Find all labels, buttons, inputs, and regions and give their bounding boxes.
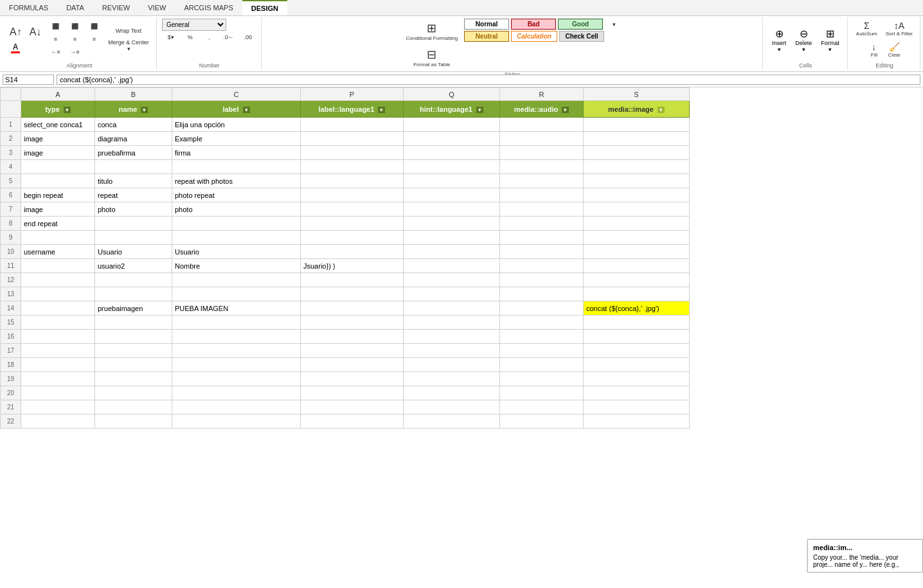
- cell-B1[interactable]: conca: [95, 118, 172, 132]
- style-check-cell[interactable]: Check Cell: [559, 31, 604, 42]
- col-header-Q[interactable]: Q: [404, 88, 500, 101]
- cell-A21[interactable]: [21, 400, 95, 414]
- cell-Q5[interactable]: [404, 174, 500, 188]
- cell-C10[interactable]: Usuario: [172, 245, 301, 259]
- cell-S18[interactable]: [584, 358, 690, 372]
- cell-B14[interactable]: pruebaimagen: [95, 301, 172, 316]
- cell-P12[interactable]: [301, 273, 404, 287]
- cell-Q1[interactable]: [404, 118, 500, 132]
- cell-P2[interactable]: [301, 132, 404, 146]
- cell-C11[interactable]: Nombre: [172, 259, 301, 273]
- style-neutral[interactable]: Neutral: [464, 31, 509, 42]
- decrease-decimal-btn[interactable]: .0←: [220, 32, 238, 42]
- cell-A20[interactable]: [21, 386, 95, 400]
- cell-S12[interactable]: [584, 273, 690, 287]
- cell-Q13[interactable]: [404, 287, 500, 301]
- cell-P17[interactable]: [301, 344, 404, 358]
- col-header-B[interactable]: B: [95, 88, 172, 101]
- cell-B10[interactable]: Usuario: [95, 245, 172, 259]
- cell-Q7[interactable]: [404, 202, 500, 217]
- cell-P6[interactable]: [301, 188, 404, 202]
- cell-S7[interactable]: [584, 202, 690, 217]
- cell-P1[interactable]: [301, 118, 404, 132]
- cell-C19[interactable]: [172, 372, 301, 386]
- cell-R21[interactable]: [500, 400, 584, 414]
- clear-btn[interactable]: 🧹 Clear: [885, 40, 904, 60]
- sort-filter-btn[interactable]: ↕A Sort & Filter: [883, 19, 916, 39]
- cell-S19[interactable]: [584, 372, 690, 386]
- cell-P16[interactable]: [301, 330, 404, 344]
- align-right-btn[interactable]: ≡: [85, 34, 103, 44]
- cell-C17[interactable]: [172, 344, 301, 358]
- cell-Q6[interactable]: [404, 188, 500, 202]
- cell-B21[interactable]: [95, 400, 172, 414]
- percent-btn[interactable]: %: [181, 32, 199, 42]
- tab-review[interactable]: REVIEW: [93, 0, 139, 15]
- cell-C15[interactable]: [172, 316, 301, 330]
- cell-A15[interactable]: [21, 316, 95, 330]
- cell-P15[interactable]: [301, 316, 404, 330]
- cell-R5[interactable]: [500, 174, 584, 188]
- cell-S21[interactable]: [584, 400, 690, 414]
- cell-S13[interactable]: [584, 287, 690, 301]
- cell-R14[interactable]: [500, 301, 584, 316]
- col-header-R[interactable]: R: [500, 88, 584, 101]
- merge-center-btn[interactable]: Merge & Center ▾: [105, 37, 152, 54]
- font-size-increase-btn[interactable]: A↑: [6, 25, 25, 39]
- cell-P5[interactable]: [301, 174, 404, 188]
- cell-R17[interactable]: [500, 344, 584, 358]
- cell-S16[interactable]: [584, 330, 690, 344]
- cell-A4[interactable]: [21, 160, 95, 174]
- tab-design[interactable]: DESIGN: [242, 0, 287, 15]
- filter-hint-lang1-btn[interactable]: ▾: [476, 107, 483, 113]
- cell-R1[interactable]: [500, 118, 584, 132]
- cell-C4[interactable]: [172, 160, 301, 174]
- increase-indent-btn[interactable]: →≡: [66, 47, 84, 57]
- comma-btn[interactable]: ,: [201, 32, 219, 42]
- cell-B11[interactable]: usuario2: [95, 259, 172, 273]
- cell-R3[interactable]: [500, 146, 584, 160]
- cell-P13[interactable]: [301, 287, 404, 301]
- cell-A9[interactable]: [21, 231, 95, 245]
- cell-A17[interactable]: [21, 344, 95, 358]
- cell-C8[interactable]: [172, 217, 301, 231]
- cell-Q18[interactable]: [404, 358, 500, 372]
- name-box[interactable]: [3, 75, 54, 85]
- cell-Q12[interactable]: [404, 273, 500, 287]
- cell-Q16[interactable]: [404, 330, 500, 344]
- tab-data[interactable]: DATA: [57, 0, 93, 15]
- cell-A18[interactable]: [21, 358, 95, 372]
- col-header-A[interactable]: A: [21, 88, 95, 101]
- col-header-S[interactable]: S: [584, 88, 690, 101]
- format-as-table-btn[interactable]: ⊟ Format as Table: [409, 45, 454, 70]
- cell-S5[interactable]: [584, 174, 690, 188]
- wrap-text-btn[interactable]: Wrap Text: [105, 26, 152, 36]
- align-center-btn[interactable]: ≡: [66, 34, 84, 44]
- cell-S2[interactable]: [584, 132, 690, 146]
- cell-R15[interactable]: [500, 316, 584, 330]
- tab-formulas[interactable]: FORMULAS: [0, 0, 57, 15]
- cell-Q14[interactable]: [404, 301, 500, 316]
- cell-S8[interactable]: [584, 217, 690, 231]
- cell-P10[interactable]: [301, 245, 404, 259]
- font-color-btn[interactable]: A: [6, 40, 24, 55]
- filter-name-btn[interactable]: ▾: [141, 107, 148, 113]
- cell-A7[interactable]: image: [21, 202, 95, 217]
- cell-B8[interactable]: [95, 217, 172, 231]
- cell-R20[interactable]: [500, 386, 584, 400]
- cell-Q8[interactable]: [404, 217, 500, 231]
- cell-Q22[interactable]: [404, 414, 500, 429]
- cell-C16[interactable]: [172, 330, 301, 344]
- cell-A10[interactable]: username: [21, 245, 95, 259]
- cell-S1[interactable]: [584, 118, 690, 132]
- cell-B3[interactable]: pruebafirma: [95, 146, 172, 160]
- cell-B18[interactable]: [95, 358, 172, 372]
- cell-S20[interactable]: [584, 386, 690, 400]
- cell-P8[interactable]: [301, 217, 404, 231]
- cell-B4[interactable]: [95, 160, 172, 174]
- cell-C1[interactable]: Elija una opción: [172, 118, 301, 132]
- cell-B16[interactable]: [95, 330, 172, 344]
- align-bottom-btn[interactable]: ⬛: [85, 21, 103, 31]
- style-bad[interactable]: Bad: [511, 19, 556, 30]
- cell-A8[interactable]: end repeat: [21, 217, 95, 231]
